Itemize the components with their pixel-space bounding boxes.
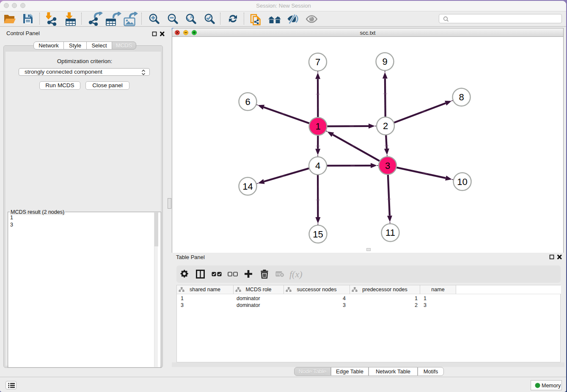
svg-text:11: 11 [385,227,395,238]
svg-text:2: 2 [383,121,388,131]
svg-text:f(x): f(x) [289,270,303,279]
svg-text:7: 7 [315,57,320,67]
svg-text:8: 8 [459,92,464,102]
svg-text:14: 14 [242,181,253,192]
svg-text:1: 1 [315,121,320,132]
svg-text:9: 9 [382,56,387,67]
svg-text:3: 3 [385,160,390,171]
svg-text:4: 4 [315,160,320,171]
svg-text:15: 15 [313,229,323,240]
svg-text:6: 6 [245,97,250,107]
svg-text:10: 10 [457,177,467,187]
